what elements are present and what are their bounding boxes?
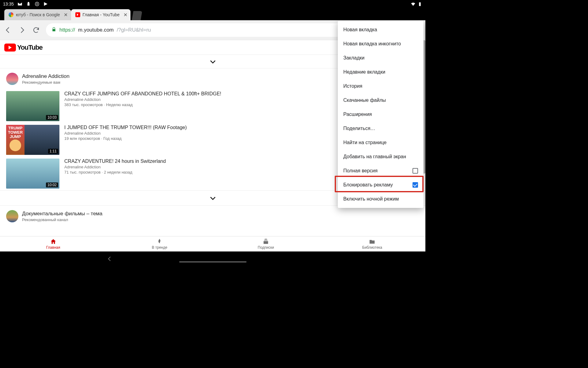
battery-icon xyxy=(417,2,422,6)
video-duration: 10:03 xyxy=(46,115,58,120)
android-status-bar: 13:35 xyxy=(0,0,425,8)
video-channel: Adrenaline Addiction xyxy=(64,97,221,102)
menu-item[interactable]: Полная версия xyxy=(338,164,424,178)
menu-item-label: Новая вкладка xyxy=(343,27,377,33)
menu-item-label: Блокировать рекламу xyxy=(343,182,393,188)
close-icon[interactable]: ✕ xyxy=(123,12,128,17)
channel-name: Adrenaline Addiction xyxy=(22,73,70,79)
bottom-nav-home[interactable]: Главная xyxy=(0,236,106,251)
android-home-handle[interactable] xyxy=(179,261,247,263)
android-back-button[interactable] xyxy=(107,256,113,263)
bottom-nav-label: Подписки xyxy=(258,245,274,250)
youtube-favicon-icon xyxy=(75,12,80,17)
video-title: I JUMPED OFF THE TRUMP TOWER!!! (RAW Foo… xyxy=(64,125,187,130)
channel-name: Документальные фильмы – тема xyxy=(22,211,103,217)
menu-item-label: История xyxy=(343,83,362,89)
bottom-nav-trending[interactable]: В тренде xyxy=(106,236,213,251)
svg-rect-2 xyxy=(419,2,420,6)
video-thumbnail: TRUMP TOWER JUMP 1:11 xyxy=(6,125,59,155)
channel-avatar xyxy=(6,210,18,222)
overlay-line: JUMP xyxy=(10,135,21,139)
browser-tab-strip: ютуб - Поиск в Google ✕ Главная - YouTub… xyxy=(0,8,425,20)
menu-item[interactable]: Скачанные файлы xyxy=(338,93,424,107)
url-host: m.youtube.com xyxy=(78,27,114,33)
bottom-nav-subscriptions[interactable]: Подписки xyxy=(213,236,319,251)
wifi-icon xyxy=(411,2,416,6)
menu-item[interactable]: Поделиться… xyxy=(338,121,424,136)
chevron-down-icon xyxy=(209,58,217,66)
bottom-nav-library[interactable]: Библиотека xyxy=(319,236,425,251)
youtube-logo[interactable]: YouTube xyxy=(4,44,42,52)
menu-item-label: Закладки xyxy=(343,55,364,61)
bottom-nav-label: Главная xyxy=(46,245,60,250)
google-favicon-icon xyxy=(9,12,13,17)
video-channel: Adrenaline Addiction xyxy=(64,131,187,136)
svg-point-1 xyxy=(36,3,38,5)
browser-overflow-menu: Новая вкладкаНовая вкладка инкогнитоЗакл… xyxy=(338,21,424,208)
thumbnail-text-overlay: TRUMP TOWER JUMP xyxy=(6,125,24,155)
menu-item[interactable]: Новая вкладка инкогнито xyxy=(338,37,424,51)
reload-button[interactable] xyxy=(32,26,40,34)
url-path: /?gl=RU&hl=ru xyxy=(117,27,151,33)
video-duration: 1:11 xyxy=(48,149,58,154)
video-thumbnail: 10:03 xyxy=(6,91,59,121)
fire-icon xyxy=(156,238,163,245)
subscriptions-icon xyxy=(262,238,269,245)
menu-item[interactable]: Включить ночной режим xyxy=(338,192,424,206)
overlay-line: TRUMP xyxy=(8,126,22,130)
channel-avatar xyxy=(6,73,18,85)
menu-item-label: Полная версия xyxy=(343,168,378,174)
folder-icon xyxy=(369,238,375,245)
video-title: CRAZY CLIFF JUMPING OFF ABANDONED HOTEL … xyxy=(64,91,221,97)
clock: 13:35 xyxy=(3,2,14,6)
menu-item[interactable]: Закладки xyxy=(338,51,424,65)
menu-item-label: Найти на странице xyxy=(343,140,386,145)
youtube-wordmark: YouTube xyxy=(17,44,42,52)
channel-subtitle: Рекомендованный канал xyxy=(22,217,103,222)
tab-youtube-home[interactable]: Главная - YouTube ✕ xyxy=(71,9,131,20)
menu-item[interactable]: Добавить на главный экран xyxy=(338,150,424,164)
tab-google-search[interactable]: ютуб - Поиск в Google ✕ xyxy=(4,9,71,20)
video-views: 19 млн просмотров · Год назад xyxy=(64,136,187,141)
new-tab-button[interactable] xyxy=(132,11,142,20)
chevron-down-icon xyxy=(209,194,217,202)
gmail-icon xyxy=(17,2,22,6)
youtube-play-icon xyxy=(4,44,16,52)
close-icon[interactable]: ✕ xyxy=(63,12,69,17)
video-thumbnail: 10:02 xyxy=(6,159,59,189)
channel-header[interactable]: Документальные фильмы – тема Рекомендова… xyxy=(0,206,425,222)
menu-item-label: Включить ночной режим xyxy=(343,196,399,202)
url-scheme: https:// xyxy=(59,27,75,33)
play-icon xyxy=(43,2,48,6)
menu-item[interactable]: Найти на странице xyxy=(338,136,424,150)
video-views: 383 тыс. просмотров · Неделю назад xyxy=(64,102,221,107)
forward-button[interactable] xyxy=(18,26,26,34)
bottom-nav-label: В тренде xyxy=(152,245,167,250)
back-button[interactable] xyxy=(4,26,12,34)
chrome-icon xyxy=(35,2,40,6)
menu-item-label: Новая вкладка инкогнито xyxy=(343,41,401,47)
home-icon xyxy=(50,238,57,245)
youtube-bottom-nav: Главная В тренде Подписки Библиотека xyxy=(0,236,425,251)
lock-icon xyxy=(51,27,56,33)
menu-item-label: Скачанные файлы xyxy=(343,98,386,103)
menu-item-label: Недавние вкладки xyxy=(343,69,385,75)
tab-title: Главная - YouTube xyxy=(83,12,120,17)
video-channel: Adrenaline Addiction xyxy=(64,165,166,169)
menu-item-label: Расширения xyxy=(343,112,372,117)
tab-title: ютуб - Поиск в Google xyxy=(16,12,60,17)
menu-item[interactable]: Новая вкладка xyxy=(338,23,424,37)
menu-item[interactable]: История xyxy=(338,79,424,93)
menu-item[interactable]: Недавние вкладки xyxy=(338,65,424,79)
checkbox-icon[interactable] xyxy=(413,168,418,174)
checkbox-icon[interactable] xyxy=(413,182,418,188)
overlay-line: TOWER xyxy=(8,130,23,135)
key-icon xyxy=(26,2,31,6)
menu-item-label: Поделиться… xyxy=(343,126,375,131)
menu-item[interactable]: Блокировать рекламу xyxy=(338,178,424,192)
video-duration: 10:02 xyxy=(46,182,58,187)
bottom-nav-label: Библиотека xyxy=(362,245,382,250)
menu-item-label: Добавить на главный экран xyxy=(343,154,406,159)
video-title: CRAZY ADVENTURE! 24 hours in Switzerland xyxy=(64,159,166,164)
menu-item[interactable]: Расширения xyxy=(338,107,424,121)
